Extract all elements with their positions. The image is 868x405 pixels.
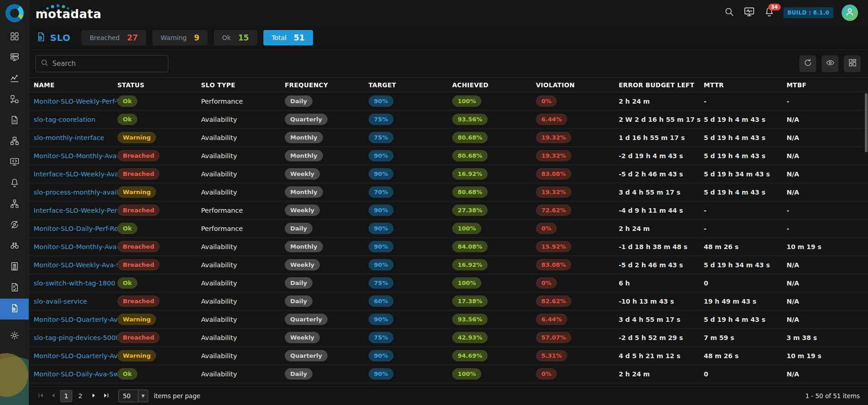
sidebar-nav	[0, 27, 29, 347]
user-avatar[interactable]	[842, 5, 858, 21]
table-row: slo-tag-ping-devices-5000 Breached Avail…	[29, 329, 868, 347]
status-filter-chip-warning[interactable]: Warning 9	[152, 30, 207, 45]
violation-badge: 0%	[536, 95, 557, 107]
first-page-button[interactable]	[35, 390, 47, 402]
dashboard-icon	[10, 31, 20, 43]
sidebar-item-slo[interactable]	[0, 299, 29, 320]
target-badge: 60%	[368, 295, 394, 307]
mtbf-cell: N/A	[787, 170, 868, 178]
frequency-badge: Daily	[285, 223, 313, 234]
search-button[interactable]	[723, 7, 735, 19]
violation-badge: 5.31%	[536, 350, 567, 361]
sidebar-item-ncm[interactable]	[0, 152, 29, 173]
table-row: Interface-SLO-Weekly-Ava-… Breached Avai…	[29, 165, 868, 183]
notifications-button[interactable]: 34	[763, 7, 775, 19]
mttr-cell: -	[704, 98, 787, 105]
previous-page-button[interactable]	[47, 390, 59, 402]
page-title: SLO	[50, 32, 71, 43]
motadata-logo-mark[interactable]	[5, 4, 24, 22]
mttr-cell: 5 d 19 h 4 m 43 s	[704, 134, 787, 141]
column-header: ACHIEVED	[452, 81, 536, 89]
frequency-badge: Monthly	[285, 186, 323, 198]
achieved-badge: 84.08%	[452, 241, 488, 252]
column-visibility-button[interactable]	[822, 55, 838, 72]
error-budget-cell: 4 d 5 h 21 m 12 s	[619, 352, 704, 360]
slo-name-link[interactable]: slo-tag-coorelation	[34, 116, 96, 123]
slo-name-link[interactable]: Monitor-SLO-Monthly-Ava-S…	[34, 152, 117, 160]
page-number-1[interactable]: 1	[60, 390, 72, 402]
slo-name-link[interactable]: slo-process-monthly-avail	[34, 189, 117, 196]
target-badge: 75%	[368, 332, 394, 343]
status-badge: Ok	[117, 223, 137, 234]
system-health-button[interactable]	[743, 7, 755, 19]
violation-badge: 0%	[536, 277, 557, 289]
person-icon	[844, 6, 856, 20]
slo-type-cell: Availability	[201, 243, 285, 250]
refresh-button[interactable]	[799, 55, 816, 72]
achieved-badge: 16.92%	[452, 168, 488, 180]
slo-name-link[interactable]: slo-switch-with-tag-1800	[34, 280, 115, 287]
table-row: Monitor-SLO-Monthly-Ava-S… Breached Avai…	[29, 147, 868, 165]
slo-name-link[interactable]: slo-avail-service	[34, 298, 87, 305]
slo-name-link[interactable]: Monitor-SLO-Daily-Perf-Rout…	[34, 225, 117, 232]
sidebar-item-network[interactable]	[0, 131, 29, 152]
table-row: Monitor-SLO-Daily-Perf-Rout… Ok Performa…	[29, 220, 868, 238]
binoculars-icon	[10, 240, 20, 252]
slo-type-cell: Availability	[201, 298, 285, 305]
sidebar-item-settings[interactable]	[0, 326, 29, 347]
page-size-select[interactable]: 50 ▼	[118, 390, 148, 402]
filter-count: 27	[127, 33, 138, 42]
slo-name-link[interactable]: slo-monthly-interface	[34, 134, 104, 141]
sidebar-item-monitors[interactable]	[0, 48, 29, 69]
sidebar-item-alerts[interactable]	[0, 173, 29, 194]
sidebar-item-flows[interactable]	[0, 194, 29, 215]
target-badge: 90%	[368, 150, 394, 161]
sidebar-item-dashboard[interactable]	[0, 27, 29, 48]
frequency-badge: Quarterly	[285, 350, 328, 361]
achieved-badge: 17.38%	[452, 295, 488, 307]
target-badge: 90%	[368, 205, 394, 216]
status-filter-chip-breached[interactable]: Breached 27	[81, 30, 146, 45]
slo-name-link[interactable]: Monitor-SLO-Quarterly-Ava-…	[34, 352, 117, 360]
slo-type-cell: Availability	[201, 370, 285, 378]
table-header-row: NAMESTATUSSLO TYPEFREQUENCYTARGETACHIEVE…	[29, 77, 868, 92]
search-input[interactable]	[52, 60, 163, 68]
slo-name-link[interactable]: Monitor-SLO-Weekly-Ava-S…	[34, 261, 117, 269]
slo-name-link[interactable]: Monitor-SLO-Monthly-Ava-…	[34, 243, 117, 250]
frequency-badge: Weekly	[285, 259, 320, 270]
slo-name-link[interactable]: Monitor-SLO-Quarterly-Ava-…	[34, 316, 117, 323]
eye-icon	[826, 58, 835, 69]
page-number-2[interactable]: 2	[74, 390, 86, 402]
vertical-scrollbar[interactable]	[865, 93, 868, 152]
slo-name-link[interactable]: Interface-SLO-Weekly-Ava-…	[34, 170, 117, 178]
slo-name-link[interactable]: Monitor-SLO-Daily-Ava-Swit…	[34, 370, 117, 378]
sidebar-item-logs[interactable]	[0, 110, 29, 131]
achieved-badge: 80.68%	[452, 186, 488, 198]
mttr-cell: 5 d 19 h 4 m 43 s	[704, 152, 787, 160]
layout-button[interactable]	[844, 55, 861, 72]
sidebar-item-reports[interactable]	[0, 257, 29, 278]
target-badge: 90%	[368, 350, 394, 361]
slo-name-link[interactable]: slo-tag-ping-devices-5000	[34, 334, 117, 341]
page-size-value: 50	[119, 392, 138, 400]
sidebar-item-discovery[interactable]	[0, 236, 29, 257]
table-row: Monitor-SLO-Quarterly-Ava-… Warning Avai…	[29, 310, 868, 329]
mttr-cell: 0	[704, 370, 787, 378]
slo-name-link[interactable]: Interface-SLO-Weekly-Perf-…	[34, 207, 117, 214]
sidebar-item-compliance[interactable]	[0, 278, 29, 299]
next-page-button[interactable]	[87, 390, 100, 402]
table-row: Monitor-SLO-Quarterly-Ava-… Warning Avai…	[29, 347, 868, 365]
previous-page-icon	[50, 392, 56, 400]
status-filter-chip-total[interactable]: Total 51	[263, 30, 313, 45]
sidebar-item-automation[interactable]	[0, 215, 29, 236]
status-filter-chip-ok[interactable]: Ok 15	[214, 30, 257, 45]
sidebar-item-metrics[interactable]	[0, 69, 29, 90]
sidebar-item-topology[interactable]	[0, 90, 29, 110]
document-icon	[10, 115, 20, 127]
slo-name-link[interactable]: Monitor-SLO-Weekly-Perf-W…	[34, 98, 117, 105]
filter-label: Ok	[222, 34, 231, 41]
chevron-down-icon: ▼	[138, 390, 148, 402]
last-page-button[interactable]	[100, 390, 112, 402]
slo-page-icon	[35, 31, 46, 44]
frequency-badge: Quarterly	[285, 314, 328, 325]
